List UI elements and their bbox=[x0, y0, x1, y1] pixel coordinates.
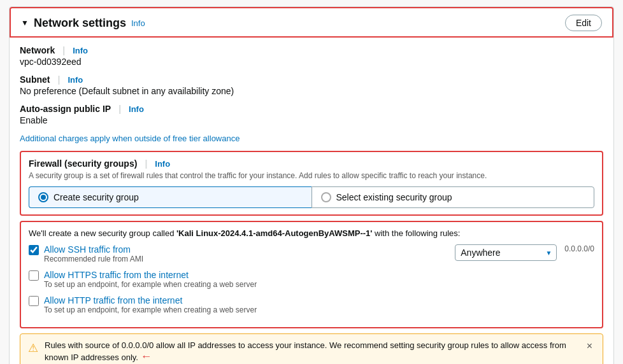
ssh-dropdown-sub: 0.0.0.0/0 bbox=[564, 244, 594, 253]
select-security-group-label: Select existing security group bbox=[336, 192, 452, 202]
warning-message: Rules with source of 0.0.0.0/0 allow all… bbox=[45, 340, 566, 362]
create-radio-dot bbox=[38, 192, 48, 202]
rule-https-text: Allow HTTPS traffic from the internet To… bbox=[44, 270, 257, 289]
subnet-label: Subnet bbox=[20, 74, 50, 85]
subnet-info-link[interactable]: Info bbox=[68, 75, 83, 85]
rules-intro-text: We'll create a new security group called bbox=[29, 228, 176, 238]
subnet-field: Subnet | Info No preference (Default sub… bbox=[20, 74, 603, 96]
subnet-label-row: Subnet | Info bbox=[20, 74, 603, 85]
ssh-source-dropdown[interactable]: Anywhere Custom My IP bbox=[455, 244, 557, 261]
rule-https-main-label: Allow HTTPS traffic from the internet bbox=[44, 270, 189, 280]
charges-note-link[interactable]: Additional charges apply when outside of… bbox=[20, 134, 240, 143]
panel-title: Network settings bbox=[34, 17, 126, 30]
rule-http-text: Allow HTTP traffic from the internet To … bbox=[44, 295, 257, 314]
rule-http-main-label: Allow HTTP traffic from the internet bbox=[44, 295, 182, 305]
divider: | bbox=[62, 45, 65, 55]
rule-ssh-main-label: Allow SSH traffic from bbox=[44, 244, 131, 255]
public-ip-label-row: Auto-assign public IP | Info bbox=[20, 104, 603, 114]
public-ip-value: Enable bbox=[20, 115, 603, 125]
rule-ssh-text: Allow SSH traffic from Recommended rule … bbox=[44, 244, 143, 263]
rules-intro-suffix: with the following rules: bbox=[372, 228, 460, 238]
panel-body: Network | Info vpc-0d0392eed Subnet | In… bbox=[10, 38, 613, 364]
rule-ssh-sub-label: Recommended rule from AMI bbox=[44, 255, 143, 263]
select-security-group-option[interactable]: Select existing security group bbox=[312, 186, 595, 208]
firewall-label: Firewall (security groups) bbox=[29, 158, 137, 169]
create-security-group-label: Create security group bbox=[54, 192, 139, 202]
security-group-name: 'Kali Linux-2024.4.1-amd64-AutogenByAWSM… bbox=[176, 228, 372, 238]
rule-http-row: Allow HTTP traffic from the internet To … bbox=[29, 295, 594, 314]
public-ip-label: Auto-assign public IP bbox=[20, 104, 111, 114]
rule-ssh-checkbox[interactable] bbox=[29, 245, 39, 255]
public-ip-field: Auto-assign public IP | Info Enable bbox=[20, 104, 603, 125]
divider: | bbox=[145, 158, 147, 169]
network-label-row: Network | Info bbox=[20, 45, 603, 55]
subnet-value: No preference (Default subnet in any ava… bbox=[20, 86, 603, 96]
warning-text-container: Rules with source of 0.0.0.0/0 allow all… bbox=[45, 340, 578, 363]
firewall-description: A security group is a set of firewall ru… bbox=[29, 171, 594, 180]
select-radio-dot bbox=[321, 192, 331, 202]
network-value: vpc-0d0392eed bbox=[20, 57, 603, 67]
ssh-dropdown-wrapper: Anywhere Custom My IP bbox=[455, 244, 557, 261]
arrow-icon: ← bbox=[141, 350, 152, 363]
rule-https-row: Allow HTTPS traffic from the internet To… bbox=[29, 270, 594, 289]
rule-http-label[interactable]: Allow HTTP traffic from the internet To … bbox=[29, 295, 594, 314]
warning-close-button[interactable]: × bbox=[584, 340, 595, 352]
firewall-info-link[interactable]: Info bbox=[155, 159, 170, 169]
rule-http-checkbox[interactable] bbox=[29, 296, 39, 306]
divider: | bbox=[57, 74, 60, 85]
rules-section: We'll create a new security group called… bbox=[20, 221, 603, 328]
create-security-group-option[interactable]: Create security group bbox=[29, 186, 312, 208]
panel-header-left: ▼ Network settings Info bbox=[21, 17, 145, 30]
warning-icon: ⚠ bbox=[28, 341, 38, 355]
network-label: Network bbox=[20, 45, 55, 55]
rule-ssh-row: Allow SSH traffic from Recommended rule … bbox=[29, 244, 594, 263]
network-info-link[interactable]: Info bbox=[73, 46, 88, 55]
warning-banner: ⚠ Rules with source of 0.0.0.0/0 allow a… bbox=[20, 333, 603, 364]
firewall-radio-group: Create security group Select existing se… bbox=[29, 186, 594, 208]
firewall-header: Firewall (security groups) | Info bbox=[29, 158, 594, 169]
divider: | bbox=[118, 104, 121, 114]
panel-header: ▼ Network settings Info Edit bbox=[10, 7, 613, 38]
edit-button[interactable]: Edit bbox=[565, 15, 602, 31]
rule-ssh-label[interactable]: Allow SSH traffic from Recommended rule … bbox=[29, 244, 447, 263]
network-field: Network | Info vpc-0d0392eed bbox=[20, 45, 603, 67]
charges-note-block: Additional charges apply when outside of… bbox=[20, 133, 603, 143]
panel-info-link[interactable]: Info bbox=[131, 18, 145, 28]
rule-https-checkbox[interactable] bbox=[29, 270, 39, 281]
firewall-section: Firewall (security groups) | Info A secu… bbox=[20, 151, 603, 216]
rule-https-sub-label: To set up an endpoint, for example when … bbox=[44, 280, 257, 289]
rules-intro: We'll create a new security group called… bbox=[29, 228, 594, 238]
rule-http-sub-label: To set up an endpoint, for example when … bbox=[44, 305, 257, 314]
collapse-icon: ▼ bbox=[21, 18, 29, 27]
rule-https-label[interactable]: Allow HTTPS traffic from the internet To… bbox=[29, 270, 594, 289]
network-settings-panel: ▼ Network settings Info Edit Network | I… bbox=[9, 6, 614, 364]
public-ip-info-link[interactable]: Info bbox=[129, 104, 144, 114]
